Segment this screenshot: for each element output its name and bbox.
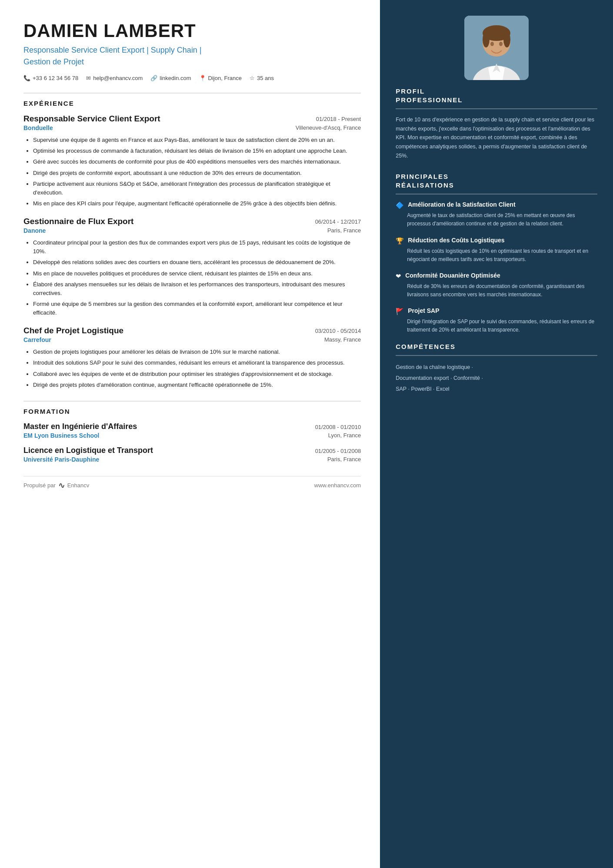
edu-school-1: EM Lyon Business School bbox=[23, 432, 100, 439]
formation-section: FORMATION Master en Ingénierie d'Affaire… bbox=[23, 408, 361, 463]
exp-block-1: Responsable Service Client Export 01/201… bbox=[23, 114, 361, 208]
achievement-title-3: Conformité Douanière Optimisée bbox=[405, 271, 500, 279]
candidate-title: Responsable Service Client Export | Supp… bbox=[23, 44, 361, 68]
achievement-header-2: 🏆 Réduction des Coûts Logistiques bbox=[396, 236, 597, 245]
edu-degree-2: Licence en Logistique et Transport bbox=[23, 446, 153, 455]
exp-date-1: 01/2018 - Present bbox=[316, 116, 361, 122]
right-column: PROFIL PROFESSIONNEL Fort de 10 ans d'ex… bbox=[380, 0, 613, 868]
achievement-header-3: ❤ Conformité Douanière Optimisée bbox=[396, 271, 597, 280]
achievement-text-2: Réduit les coûts logistiques de 10% en o… bbox=[396, 247, 597, 264]
resume-header: DAMIEN LAMBERT Responsable Service Clien… bbox=[23, 21, 361, 81]
edu-date-1: 01/2008 - 01/2010 bbox=[315, 424, 361, 430]
avatar-placeholder bbox=[464, 16, 529, 80]
exp-title-3: Chef de Projet Logistique bbox=[23, 326, 123, 335]
realisations-divider bbox=[396, 194, 597, 194]
exp-subrow-1: Bonduelle Villeneuve-d'Ascq, France bbox=[23, 124, 361, 132]
svg-point-5 bbox=[503, 32, 510, 47]
achievement-3: ❤ Conformité Douanière Optimisée Réduit … bbox=[396, 271, 597, 299]
svg-point-6 bbox=[490, 42, 494, 46]
bullet: Élaboré des analyses mensuelles sur les … bbox=[33, 280, 361, 298]
profil-title: PROFIL PROFESSIONNEL bbox=[396, 87, 597, 104]
exp-bullets-1: Supervisé une équipe de 8 agents en Fran… bbox=[23, 136, 361, 208]
skills-text: Gestion de la chaîne logistique · Docume… bbox=[396, 362, 597, 395]
achievement-icon-4: 🚩 bbox=[396, 308, 404, 315]
edu-school-2: Université Paris-Dauphine bbox=[23, 456, 99, 463]
formation-divider bbox=[23, 401, 361, 402]
edu-block-1: Master en Ingénierie d'Affaires 01/2008 … bbox=[23, 422, 361, 439]
experience-title: EXPÉRIENCE bbox=[23, 100, 361, 107]
exp-block-3: Chef de Projet Logistique 03/2010 - 05/2… bbox=[23, 326, 361, 389]
location-icon: 📍 bbox=[199, 75, 206, 81]
exp-location-2: Paris, France bbox=[327, 227, 361, 234]
exp-block-2: Gestionnaire de Flux Export 06/2014 - 12… bbox=[23, 217, 361, 317]
bullet: Géré avec succès les documents de confor… bbox=[33, 158, 361, 166]
edu-subrow-1: EM Lyon Business School Lyon, France bbox=[23, 432, 361, 439]
phone-icon: 📞 bbox=[23, 75, 30, 81]
bullet: Formé une équipe de 5 membres sur la ges… bbox=[33, 300, 361, 317]
bullet: Mis en place de nouvelles politiques et … bbox=[33, 269, 361, 278]
competences-divider bbox=[396, 355, 597, 356]
avatar bbox=[464, 16, 529, 80]
realisations-section: PRINCIPALES RÉALISATIONS 🔷 Amélioration … bbox=[396, 172, 597, 335]
exp-date-3: 03/2010 - 05/2014 bbox=[315, 328, 361, 334]
edu-date-2: 01/2005 - 01/2008 bbox=[315, 448, 361, 454]
achievement-1: 🔷 Amélioration de la Satisfaction Client… bbox=[396, 201, 597, 228]
experience-section: EXPÉRIENCE Responsable Service Client Ex… bbox=[23, 100, 361, 389]
exp-date-2: 06/2014 - 12/2017 bbox=[315, 218, 361, 225]
exp-header-2: Gestionnaire de Flux Export 06/2014 - 12… bbox=[23, 217, 361, 226]
bullet: Développé des relations solides avec des… bbox=[33, 258, 361, 267]
bullet: Gestion de projets logistiques pour amél… bbox=[33, 348, 361, 356]
bullet: Supervisé une équipe de 8 agents en Fran… bbox=[33, 136, 361, 144]
achievement-icon-2: 🏆 bbox=[396, 237, 404, 245]
exp-location-3: Massy, France bbox=[324, 336, 361, 343]
achievement-icon-3: ❤ bbox=[396, 272, 401, 280]
achievement-header-1: 🔷 Amélioration de la Satisfaction Client bbox=[396, 201, 597, 209]
edu-block-2: Licence en Logistique et Transport 01/20… bbox=[23, 446, 361, 463]
svg-point-7 bbox=[499, 42, 503, 46]
header-divider bbox=[23, 93, 361, 94]
footer-url: www.enhancv.com bbox=[314, 482, 361, 489]
email-icon: ✉ bbox=[86, 75, 91, 81]
exp-title-2: Gestionnaire de Flux Export bbox=[23, 217, 133, 226]
contact-row: 📞 +33 6 12 34 56 78 ✉ help@enhancv.com 🔗… bbox=[23, 75, 361, 81]
profil-text: Fort de 10 ans d'expérience en gestion d… bbox=[396, 115, 597, 160]
enhancv-logo-icon: ∿ bbox=[58, 481, 65, 490]
bullet: Dirigé des projets pilotes d'amélioratio… bbox=[33, 381, 361, 389]
age-item: ☆ 35 ans bbox=[250, 75, 274, 81]
linkedin-item: 🔗 linkedin.com bbox=[150, 75, 191, 81]
bullet: Collaboré avec les équipes de vente et d… bbox=[33, 370, 361, 379]
exp-company-1: Bonduelle bbox=[23, 124, 53, 131]
exp-subrow-3: Carrefour Massy, France bbox=[23, 336, 361, 344]
edu-header-1: Master en Ingénierie d'Affaires 01/2008 … bbox=[23, 422, 361, 431]
profil-divider bbox=[396, 108, 597, 109]
edu-header-2: Licence en Logistique et Transport 01/20… bbox=[23, 446, 361, 455]
exp-header-1: Responsable Service Client Export 01/201… bbox=[23, 114, 361, 124]
achievement-header-4: 🚩 Projet SAP bbox=[396, 307, 597, 315]
edu-degree-1: Master en Ingénierie d'Affaires bbox=[23, 422, 137, 431]
competences-title: COMPÉTENCES bbox=[396, 342, 597, 351]
exp-header-3: Chef de Projet Logistique 03/2010 - 05/2… bbox=[23, 326, 361, 335]
achievement-text-1: Augmenté le taux de satisfaction client … bbox=[396, 211, 597, 228]
bullet: Optimisé les processus de commande à fac… bbox=[33, 147, 361, 155]
edu-location-2: Paris, France bbox=[327, 456, 361, 463]
achievement-2: 🏆 Réduction des Coûts Logistiques Réduit… bbox=[396, 236, 597, 264]
exp-title-1: Responsable Service Client Export bbox=[23, 114, 160, 124]
email-item: ✉ help@enhancv.com bbox=[86, 75, 143, 81]
edu-location-1: Lyon, France bbox=[328, 432, 361, 439]
bullet: Dirigé des projets de conformité export,… bbox=[33, 169, 361, 178]
exp-company-3: Carrefour bbox=[23, 336, 51, 343]
left-column: DAMIEN LAMBERT Responsable Service Clien… bbox=[0, 0, 380, 868]
achievement-text-3: Réduit de 30% les erreurs de documentati… bbox=[396, 282, 597, 299]
realisations-title: PRINCIPALES RÉALISATIONS bbox=[396, 172, 597, 189]
avatar-svg bbox=[464, 16, 529, 80]
bullet: Participe activement aux réunions S&Op e… bbox=[33, 180, 361, 197]
profil-section: PROFIL PROFESSIONNEL Fort de 10 ans d'ex… bbox=[396, 87, 597, 160]
achievement-text-4: Dirigé l'intégration de SAP pour le suiv… bbox=[396, 318, 597, 334]
edu-subrow-2: Université Paris-Dauphine Paris, France bbox=[23, 456, 361, 463]
achievement-4: 🚩 Projet SAP Dirigé l'intégration de SAP… bbox=[396, 307, 597, 334]
footer: Propulsé par ∿ Enhancv www.enhancv.com bbox=[23, 476, 361, 490]
location-item: 📍 Dijon, France bbox=[199, 75, 242, 81]
exp-bullets-2: Coordinateur principal pour la gestion d… bbox=[23, 238, 361, 317]
candidate-name: DAMIEN LAMBERT bbox=[23, 21, 361, 41]
powered-by: Propulsé par ∿ Enhancv bbox=[23, 481, 89, 490]
